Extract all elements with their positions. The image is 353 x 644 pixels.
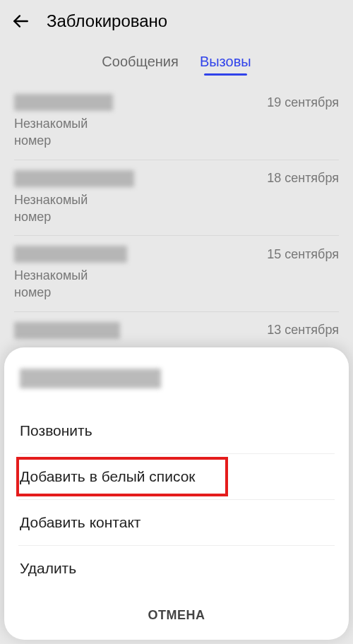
call-sub: Незнакомыйномер [14, 267, 339, 302]
page-title: Заблокировано [47, 11, 167, 31]
call-sub: Незнакомыйномер [14, 115, 339, 150]
sheet-header [18, 362, 335, 408]
call-date: 18 сентября [267, 171, 339, 186]
option-delete[interactable]: Удалить [18, 546, 335, 591]
sheet-options: Позвонить Добавить в белый список Добави… [18, 408, 335, 591]
option-whitelist-label: Добавить в белый список [20, 468, 196, 484]
action-sheet: Позвонить Добавить в белый список Добави… [4, 347, 349, 640]
option-add-contact[interactable]: Добавить контакт [18, 500, 335, 546]
censored-number [20, 369, 161, 388]
header: Заблокировано [0, 0, 353, 40]
option-whitelist[interactable]: Добавить в белый список [18, 454, 335, 500]
censored-number [14, 246, 127, 263]
censored-number [14, 94, 113, 111]
call-date: 13 сентября [267, 323, 339, 338]
censored-number [14, 170, 134, 187]
tabs: Сообщения Вызовы [0, 40, 353, 80]
call-date: 19 сентября [267, 95, 339, 110]
list-item[interactable]: 19 сентября Незнакомыйномер [14, 80, 339, 160]
tab-calls[interactable]: Вызовы [200, 54, 251, 74]
back-arrow-icon[interactable] [11, 12, 30, 30]
list-item[interactable]: 18 сентября Незнакомыйномер [14, 160, 339, 237]
list-item[interactable]: 13 сентября [14, 312, 339, 349]
censored-number [14, 322, 120, 339]
option-call[interactable]: Позвонить [18, 408, 335, 454]
cancel-button[interactable]: ОТМЕНА [18, 591, 335, 638]
call-sub: Незнакомыйномер [14, 191, 339, 226]
call-date: 15 сентября [267, 247, 339, 262]
list-item[interactable]: 15 сентября Незнакомыйномер [14, 236, 339, 312]
tab-messages[interactable]: Сообщения [102, 54, 179, 74]
call-list: 19 сентября Незнакомыйномер 18 сентября … [0, 80, 353, 349]
